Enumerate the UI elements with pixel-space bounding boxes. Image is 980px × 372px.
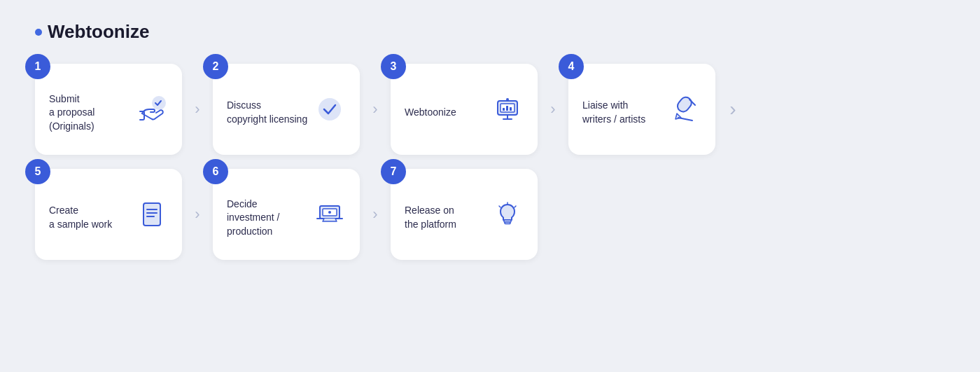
step-badge-3: 3 — [381, 54, 406, 79]
step-icon-7 — [489, 195, 526, 233]
step-icon-3 — [489, 90, 526, 128]
svg-line-23 — [499, 206, 500, 207]
arrow-row-end: › — [715, 98, 750, 120]
arrow-2-3: › — [360, 100, 391, 118]
svg-point-6 — [506, 98, 509, 101]
svg-rect-7 — [503, 108, 505, 111]
step-card-7: 7 Release onthe platform — [391, 169, 538, 260]
svg-point-1 — [318, 98, 341, 120]
svg-line-22 — [514, 206, 516, 207]
page-title: Webtoonize — [48, 21, 149, 43]
step-icon-1 — [133, 90, 171, 128]
step-icon-2 — [311, 90, 349, 128]
flow-row-1: 1 Submita proposal(Originals) › 2 Discus… — [35, 64, 945, 155]
step-card-3: 3 Webtoonize — [391, 64, 538, 155]
arrow-5-6: › — [182, 205, 213, 223]
step-badge-2: 2 — [203, 54, 228, 79]
svg-rect-9 — [510, 107, 512, 111]
arrow-6-7: › — [360, 205, 391, 223]
step-label-6: Decideinvestment /production — [227, 191, 311, 239]
arrow-3-4: › — [538, 100, 568, 118]
step-label-1: Submita proposal(Originals) — [49, 85, 133, 134]
step-card-6: 6 Decideinvestment /production — [213, 169, 360, 260]
step-badge-4: 4 — [559, 54, 584, 79]
title-row: Webtoonize — [35, 21, 945, 43]
svg-rect-12 — [144, 203, 160, 226]
step-icon-5 — [133, 195, 171, 233]
step-icon-4 — [666, 90, 704, 128]
svg-line-11 — [678, 118, 692, 120]
svg-rect-20 — [505, 222, 510, 224]
arrow-1-2: › — [182, 100, 213, 118]
step-badge-5: 5 — [25, 159, 50, 184]
step-card-4: 4 Liaise withwriters / artists — [568, 64, 715, 155]
step-card-2: 2 Discusscopyright licensing — [213, 64, 360, 155]
svg-rect-10 — [676, 95, 694, 114]
step-badge-6: 6 — [203, 159, 228, 184]
svg-point-18 — [328, 211, 331, 214]
step-label-3: Webtoonize — [405, 99, 489, 120]
flow-container: 1 Submita proposal(Originals) › 2 Discus… — [35, 64, 945, 260]
step-label-4: Liaise withwriters / artists — [582, 92, 666, 126]
step-icon-6 — [311, 195, 349, 233]
flow-row-2: 5 Createa sample work › 6 Decideinvestme… — [35, 169, 945, 260]
step-label-2: Discusscopyright licensing — [227, 92, 311, 126]
step-badge-7: 7 — [381, 159, 406, 184]
svg-rect-8 — [506, 106, 508, 111]
step-card-5: 5 Createa sample work — [35, 169, 182, 260]
title-dot — [35, 29, 42, 36]
step-card-1: 1 Submita proposal(Originals) — [35, 64, 182, 155]
step-badge-1: 1 — [25, 54, 50, 79]
step-label-5: Createa sample work — [49, 197, 133, 231]
step-label-7: Release onthe platform — [405, 197, 489, 231]
